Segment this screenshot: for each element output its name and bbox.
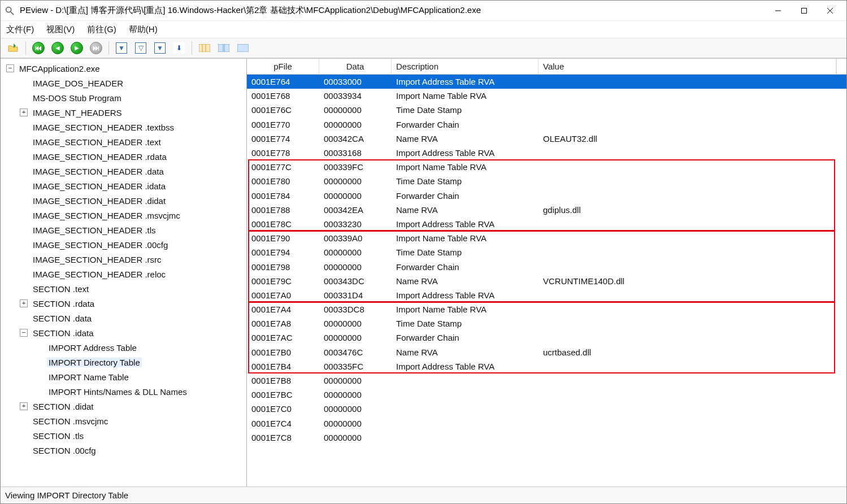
tree-item[interactable]: SECTION .data (3, 311, 246, 325)
table-row[interactable]: 0001E76C00000000Time Date Stamp (247, 103, 846, 117)
minimize-button[interactable] (765, 1, 791, 20)
cell-data: 000331D4 (319, 290, 392, 300)
toolbar-separator (192, 41, 192, 55)
tree-item-label: IMAGE_SECTION_HEADER .textbss (31, 123, 176, 132)
tree-item[interactable]: IMAGE_DOS_HEADER (3, 76, 246, 90)
column-header-data[interactable]: Data (319, 59, 392, 74)
menu-goto[interactable]: 前往(G) (87, 24, 116, 35)
menu-file[interactable]: 文件(F) (6, 24, 34, 35)
table-row[interactable]: 0001E79C000343DCName RVAVCRUNTIME140D.dl… (247, 274, 846, 288)
tree-item[interactable]: IMPORT Name Table (3, 370, 246, 384)
table-row[interactable]: 0001E7A400033DC8Import Name Table RVA (247, 302, 846, 316)
tree-item[interactable]: IMAGE_SECTION_HEADER .msvcjmc (3, 208, 246, 223)
tree-item[interactable]: IMAGE_SECTION_HEADER .text (3, 134, 246, 149)
tree-item[interactable]: IMPORT Address Table (3, 340, 246, 355)
svg-point-0 (6, 7, 11, 12)
expand-icon[interactable]: + (20, 299, 28, 307)
tree-item-label: SECTION .didat (31, 402, 95, 411)
cell-value: VCRUNTIME140D.dll (538, 276, 846, 286)
table-row[interactable]: 0001E79400000000Time Date Stamp (247, 245, 846, 259)
cell-pfile: 0001E790 (247, 233, 319, 243)
tree-item[interactable]: IMAGE_SECTION_HEADER .idata (3, 179, 246, 193)
cell-value: gdiplus.dll (538, 205, 846, 215)
table-row[interactable]: 0001E78000000000Time Date Stamp (247, 174, 846, 188)
tree-item[interactable]: IMAGE_SECTION_HEADER .rdata (3, 149, 246, 164)
tree-scroll[interactable]: −MFCApplication2.exeIMAGE_DOS_HEADERMS-D… (1, 59, 246, 486)
layout-1-button[interactable] (197, 40, 212, 56)
tree-item[interactable]: +IMAGE_NT_HEADERS (3, 105, 246, 120)
tree-item[interactable]: SECTION .text (3, 281, 246, 296)
column-header-desc[interactable]: Description (392, 59, 538, 74)
tree-item[interactable]: IMAGE_SECTION_HEADER .reloc (3, 267, 246, 281)
maximize-button[interactable] (791, 1, 817, 20)
table-row[interactable]: 0001E7BC00000000 (247, 388, 846, 402)
column-header-pfile[interactable]: pFile (247, 59, 319, 74)
tree-pane: −MFCApplication2.exeIMAGE_DOS_HEADERMS-D… (1, 59, 247, 486)
tree-item[interactable]: IMAGE_SECTION_HEADER .data (3, 164, 246, 179)
tree-leaf-icon (20, 314, 28, 322)
collapse-icon[interactable]: − (20, 329, 28, 337)
tree-item[interactable]: MS-DOS Stub Program (3, 90, 246, 105)
table-row[interactable]: 0001E78C00033230Import Address Table RVA (247, 217, 846, 231)
scroll-gutter (836, 59, 846, 74)
open-file-button[interactable] (5, 40, 21, 56)
layout-2-button[interactable] (216, 40, 232, 56)
tree-leaf-icon (20, 417, 28, 425)
table-row[interactable]: 0001E7AC00000000Forwarder Chain (247, 331, 846, 345)
cell-pfile: 0001E76C (247, 105, 319, 115)
tree-item[interactable]: IMAGE_SECTION_HEADER .didat (3, 193, 246, 208)
tree-root[interactable]: −MFCApplication2.exe (3, 61, 246, 76)
table-row[interactable]: 0001E76400033000Import Address Table RVA (247, 75, 846, 89)
menu-help[interactable]: 帮助(H) (129, 24, 158, 35)
table-row[interactable]: 0001E77800033168Import Address Table RVA (247, 146, 846, 160)
arrow-down-accent-button[interactable]: ▼ (152, 40, 168, 56)
expand-icon[interactable]: + (20, 402, 28, 410)
table-row[interactable]: 0001E774000342CAName RVAOLEAUT32.dll (247, 132, 846, 146)
table-row[interactable]: 0001E7C400000000 (247, 416, 846, 431)
table-row[interactable]: 0001E7B00003476CName RVAucrtbased.dll (247, 345, 846, 359)
grid-body[interactable]: 0001E76400033000Import Address Table RVA… (247, 75, 846, 486)
tree-item[interactable]: SECTION .tls (3, 428, 246, 443)
cell-data: 00000000 (319, 191, 392, 201)
table-row[interactable]: 0001E7C000000000 (247, 402, 846, 416)
layout-3-button[interactable] (235, 40, 251, 56)
tree-item[interactable]: +SECTION .didat (3, 399, 246, 414)
table-row[interactable]: 0001E7A800000000Time Date Stamp (247, 316, 846, 331)
nav-last-button[interactable]: ⏭ (88, 40, 104, 56)
table-row[interactable]: 0001E77000000000Forwarder Chain (247, 118, 846, 132)
table-row[interactable]: 0001E78400000000Forwarder Chain (247, 189, 846, 203)
arrow-down-save-button[interactable]: ⬇ (171, 40, 187, 56)
table-row[interactable]: 0001E7A0000331D4Import Address Table RVA (247, 288, 846, 302)
table-row[interactable]: 0001E7C800000000 (247, 431, 846, 445)
table-row[interactable]: 0001E76800033934Import Name Table RVA (247, 89, 846, 103)
nav-prev-button[interactable]: ◄ (50, 40, 66, 56)
table-row[interactable]: 0001E788000342EAName RVAgdiplus.dll (247, 203, 846, 217)
column-header-value[interactable]: Value (538, 59, 836, 74)
tree-item[interactable]: IMAGE_SECTION_HEADER .00cfg (3, 237, 246, 252)
table-row[interactable]: 0001E790000339A0Import Name Table RVA (247, 231, 846, 245)
tree-item[interactable]: +SECTION .rdata (3, 296, 246, 311)
tree-item[interactable]: IMAGE_SECTION_HEADER .textbss (3, 120, 246, 134)
table-row[interactable]: 0001E7B4000335FCImport Address Table RVA (247, 359, 846, 373)
nav-first-button[interactable]: ⏮ (31, 40, 46, 56)
tree-item[interactable]: SECTION .msvcjmc (3, 414, 246, 428)
cell-desc: Name RVA (392, 276, 538, 286)
tree-item[interactable]: IMPORT Hints/Names & DLL Names (3, 384, 246, 399)
collapse-icon[interactable]: − (6, 64, 14, 72)
expand-icon[interactable]: + (20, 108, 28, 116)
table-row[interactable]: 0001E77C000339FCImport Name Table RVA (247, 160, 846, 174)
table-row[interactable]: 0001E7B800000000 (247, 373, 846, 388)
tree-item[interactable]: IMAGE_SECTION_HEADER .rsrc (3, 252, 246, 267)
toolbar-separator (25, 41, 26, 55)
arrow-down-blue-button[interactable]: ▼ (114, 40, 129, 56)
table-row[interactable]: 0001E79800000000Forwarder Chain (247, 259, 846, 273)
menu-view[interactable]: 视图(V) (46, 24, 75, 35)
tree-item[interactable]: SECTION .00cfg (3, 443, 246, 458)
arrow-down-outline-button[interactable]: ▽ (133, 40, 149, 56)
nav-next-button[interactable]: ► (69, 40, 85, 56)
tree-item[interactable]: −SECTION .idata (3, 325, 246, 340)
tree-item[interactable]: IMPORT Directory Table (3, 355, 246, 370)
close-button[interactable] (817, 1, 843, 20)
cell-pfile: 0001E7AC (247, 333, 319, 342)
tree-item[interactable]: IMAGE_SECTION_HEADER .tls (3, 223, 246, 237)
